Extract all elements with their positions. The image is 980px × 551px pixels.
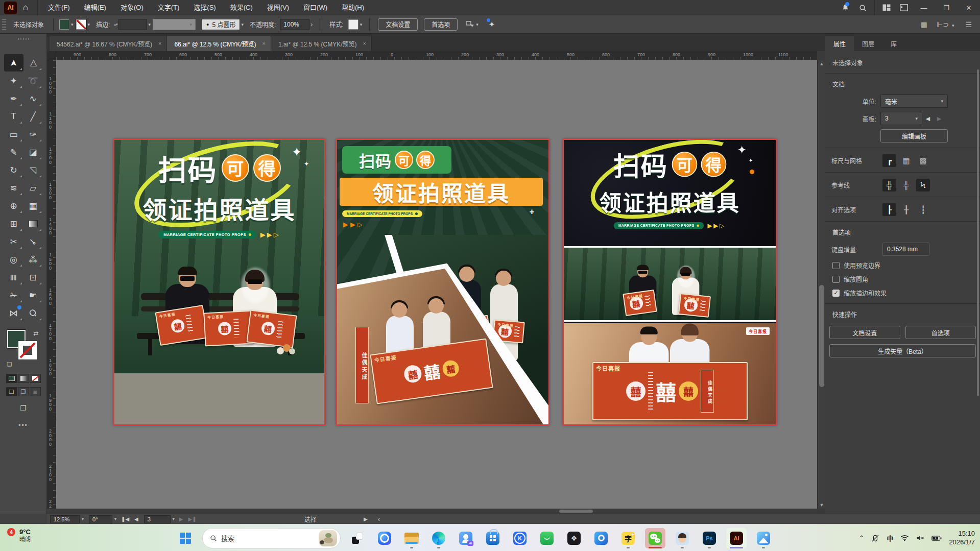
window-restore-button[interactable]: ❐	[935, 0, 958, 15]
scissors-tool[interactable]: ✂	[4, 233, 23, 250]
screen-mode-button[interactable]: ❐	[15, 402, 32, 414]
taskbar-cube-game[interactable]: ❖	[564, 528, 584, 548]
close-icon[interactable]: ×	[158, 40, 161, 46]
stroke-label[interactable]: 描边:	[96, 20, 110, 29]
style-swatch[interactable]	[348, 19, 359, 30]
checkbox-row-2[interactable]: ✓缩放描边和效果	[832, 289, 973, 297]
width-tool[interactable]: ≋	[4, 179, 23, 197]
lasso-tool[interactable]: ➰	[23, 72, 43, 89]
stroke-color-swatch[interactable]	[76, 19, 87, 30]
panel-scrollbar[interactable]	[977, 69, 979, 396]
prev-artboard-icon[interactable]: ◀	[922, 115, 934, 122]
taskbar-file-explorer[interactable]	[401, 528, 422, 548]
taskbar-microsoft-store[interactable]	[483, 528, 503, 548]
document-tab-2[interactable]: 1.ai* @ 12.5 % (CMYK/预览)×	[271, 36, 372, 51]
taskbar-photoshop[interactable]: Ps	[699, 528, 720, 548]
rectangle-tool[interactable]: ▭	[4, 126, 23, 143]
menu-item-2[interactable]: 对象(O)	[113, 0, 151, 15]
scroll-up-icon[interactable]: ▲	[818, 61, 826, 66]
menu-item-1[interactable]: 编辑(E)	[77, 0, 113, 15]
chevron-down-icon[interactable]: ▾	[88, 22, 90, 27]
symbol-sprayer-tool[interactable]: ⁂	[23, 251, 43, 268]
opacity-label[interactable]: 不透明度:	[250, 20, 276, 29]
keyboard-increment-field[interactable]: 0.3528 mm	[882, 243, 929, 256]
taskbar-edge[interactable]	[428, 528, 449, 548]
taskbar-font-app[interactable]: 字+	[618, 528, 638, 548]
taskbar-search[interactable]: 搜索	[202, 528, 341, 548]
vertical-ruler[interactable]: 1 0 0 01 1 0 01 2 0 01 3 0 01 4 0 01 5 0…	[47, 60, 56, 509]
chevron-down-icon[interactable]: ▾	[173, 517, 175, 521]
artboard-count-dropdown[interactable]: 3▾	[880, 112, 922, 125]
select-similar-icon[interactable]: ▾	[466, 20, 481, 29]
stroke-color-well[interactable]	[18, 341, 37, 360]
bar-menu-icon[interactable]: ☰	[965, 20, 972, 29]
draw-behind-button[interactable]: ❐	[18, 387, 29, 396]
prev-artboard-icon[interactable]: ◀	[134, 516, 138, 522]
zoom-level-field[interactable]: 12.5%	[50, 515, 80, 523]
show-grid-icon[interactable]: ▦	[899, 154, 913, 167]
preferences-button[interactable]: 首选项	[424, 18, 458, 31]
selection-tool[interactable]: ➤	[4, 54, 23, 71]
close-icon[interactable]: ×	[363, 40, 366, 46]
taskbar-start[interactable]	[175, 528, 196, 548]
menu-item-4[interactable]: 选择(S)	[186, 0, 223, 15]
menu-item-7[interactable]: 窗口(W)	[296, 0, 334, 15]
panel-tab-1[interactable]: 图层	[854, 36, 882, 51]
menu-item-3[interactable]: 文字(T)	[151, 0, 187, 15]
weather-widget[interactable]: 4 9°C 晴朗	[7, 528, 31, 543]
vertical-scrollbar[interactable]: ▲ ▼	[817, 60, 825, 509]
smart-guides-icon[interactable]: Ϟ	[916, 179, 930, 191]
horizontal-scrollbar[interactable]	[47, 509, 817, 514]
snap-to-point-icon[interactable]: ┠	[882, 203, 896, 216]
artboard-tool[interactable]: ⊡	[23, 269, 43, 286]
ime-language-icon[interactable]: 中	[887, 533, 893, 543]
artboard-2[interactable]: 扫码 可 得 领证拍照道具 MARRIAGE CERTIFICATE PHOTO…	[336, 139, 549, 425]
taskbar-keep-app[interactable]: K	[510, 528, 530, 548]
stroke-width-field[interactable]	[118, 19, 147, 30]
snap-to-grid-icon[interactable]: ╂	[899, 203, 913, 216]
checkbox-row-0[interactable]: 使用预览边界	[832, 261, 973, 270]
magic-wand-tool[interactable]: ✦	[4, 72, 23, 89]
panel-toggle-icon[interactable]	[895, 0, 913, 15]
snap-options-icon[interactable]: ⊩⊃ ▾	[937, 20, 956, 29]
show-guides-icon[interactable]: ╬	[882, 179, 896, 191]
checkbox-row-1[interactable]: 缩放圆角	[832, 275, 973, 283]
fill-color-swatch[interactable]	[59, 19, 70, 30]
clock[interactable]: 15:10 2026/1/7	[949, 530, 975, 547]
tray-chevron-icon[interactable]: ⌃	[858, 534, 864, 542]
edit-artboards-button[interactable]: 编辑画板	[880, 129, 948, 142]
lock-guides-icon[interactable]: ╬	[899, 179, 913, 191]
chevron-down-icon[interactable]: ▾	[82, 517, 84, 521]
checkbox[interactable]	[832, 262, 840, 269]
direct-selection-tool[interactable]: ▷	[23, 54, 43, 71]
zoom-tool[interactable]: Ϙ	[23, 304, 43, 322]
show-rulers-icon[interactable]: ┏	[882, 154, 896, 167]
taskbar-outlook[interactable]	[591, 528, 611, 548]
volume-muted-icon[interactable]	[916, 534, 924, 542]
opacity-more-icon[interactable]: ›	[310, 21, 313, 28]
horizontal-ruler[interactable]: 9008007006005004003002001000100200300400…	[56, 51, 817, 60]
taskbar-wechat[interactable]	[645, 528, 665, 548]
unit-dropdown[interactable]: 毫米▾	[880, 94, 948, 108]
battery-charging-icon[interactable]	[931, 535, 942, 542]
eraser-tool[interactable]: ◪	[23, 143, 43, 161]
pencil-tool[interactable]: ✎	[4, 143, 23, 161]
column-graph-tool[interactable]: ≣	[4, 269, 23, 286]
search-input[interactable]: 搜索	[202, 528, 341, 548]
scrollbar-thumb[interactable]	[559, 510, 593, 513]
notifications-bell-icon[interactable]	[836, 0, 854, 15]
close-icon[interactable]: ×	[262, 40, 266, 46]
draw-normal-button[interactable]: ❏	[6, 387, 17, 396]
eyedropper-tool[interactable]: ⊸	[23, 233, 43, 250]
free-transform-tool[interactable]: ▱	[23, 179, 43, 197]
taskbar-copilot[interactable]	[374, 528, 395, 548]
default-colors-icon[interactable]: ❏	[7, 361, 12, 368]
swap-fill-stroke-icon[interactable]: ⇄	[33, 330, 38, 337]
search-icon[interactable]	[854, 0, 871, 15]
line-segment-tool[interactable]: ╱	[23, 108, 43, 125]
touchpad-off-icon[interactable]	[871, 534, 879, 542]
status-play-icon[interactable]: ▶	[364, 516, 368, 522]
taskbar-avatar-app[interactable]	[672, 528, 692, 548]
menu-item-5[interactable]: 效果(C)	[223, 0, 260, 15]
drag-grip[interactable]	[2, 19, 6, 30]
